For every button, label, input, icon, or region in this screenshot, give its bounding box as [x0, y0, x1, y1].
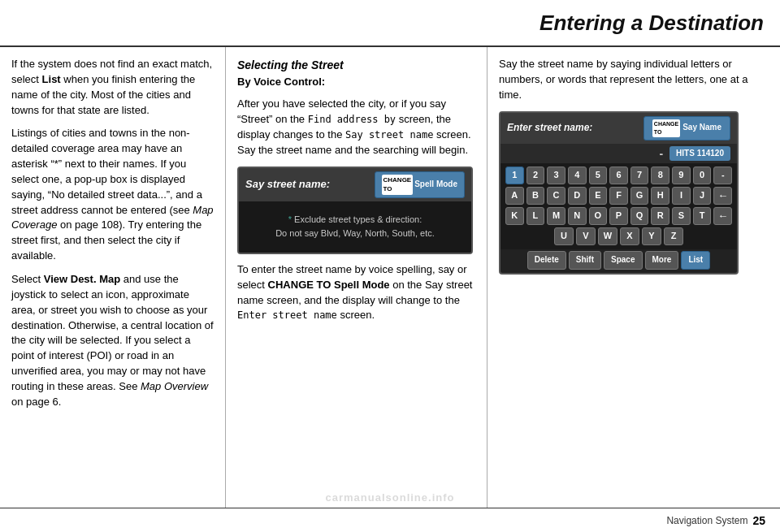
nav-screen-header: Say street name: CHANGETO Spell Mode	[239, 168, 471, 201]
key-9[interactable]: 9	[672, 167, 691, 184]
key-Z[interactable]: Z	[664, 227, 683, 245]
nav-screen-body: * Exclude street types & direction: Do n…	[239, 201, 471, 253]
enter-street-name-ref: Enter street name	[237, 309, 337, 321]
change-to-sm-label: CHANGETO	[652, 119, 680, 137]
key-D[interactable]: D	[568, 187, 587, 205]
map-coverage-ref: Map Coverage	[11, 204, 214, 231]
key-J[interactable]: J	[693, 187, 712, 205]
kb-keys: 1 2 3 4 5 6 7 8 9 0 - A B C D	[500, 163, 737, 249]
kb-minus: -	[659, 145, 663, 162]
hits-value: 114120	[697, 149, 724, 158]
key-H[interactable]: H	[651, 187, 670, 205]
say-street-name-screen: Say street name: CHANGETO Spell Mode * E…	[237, 167, 473, 254]
key-X[interactable]: X	[620, 227, 639, 245]
shift-btn[interactable]: Shift	[569, 251, 601, 270]
space-btn[interactable]: Space	[604, 251, 642, 270]
key-S[interactable]: S	[672, 207, 691, 225]
view-dest-map-bold: View Dest. Map	[44, 273, 120, 285]
key-3[interactable]: 3	[547, 167, 566, 184]
key-1[interactable]: 1	[505, 167, 524, 184]
key-4[interactable]: 4	[568, 167, 587, 184]
key-backspace-2[interactable]: ←	[713, 207, 732, 225]
mid-para-2: To enter the street name by voice spelli…	[237, 262, 475, 323]
change-to-spell-mode-ref: CHANGE TO Spell Mode	[268, 279, 390, 291]
key-2[interactable]: 2	[526, 167, 545, 184]
key-M[interactable]: M	[547, 207, 566, 225]
kb-bottom-row: Delete Shift Space More List	[500, 249, 737, 273]
key-5[interactable]: 5	[589, 167, 608, 184]
key-U[interactable]: U	[554, 227, 574, 245]
left-para-3: Select View Dest. Map and use the joysti…	[11, 272, 214, 410]
page-header: Entering a Destination	[0, 0, 780, 47]
key-P[interactable]: P	[609, 207, 628, 225]
change-to-spell-mode-btn[interactable]: CHANGETO Spell Mode	[375, 171, 465, 198]
say-street-name-ref: Say street name	[345, 129, 433, 141]
key-A[interactable]: A	[505, 187, 524, 205]
key-G[interactable]: G	[630, 187, 649, 205]
key-0[interactable]: 0	[693, 167, 712, 184]
left-para-1: If the system does not find an exact mat…	[11, 57, 214, 118]
kb-row-k-t: K L M N O P Q R S T ←	[505, 207, 732, 225]
nav-body-line1: * Exclude street types & direction:	[245, 213, 465, 227]
more-btn[interactable]: More	[645, 251, 679, 270]
section-title: Selecting the Street	[237, 57, 475, 73]
by-voice-label: By Voice Control:	[237, 75, 475, 90]
key-I[interactable]: I	[672, 187, 691, 205]
kb-row-numbers: 1 2 3 4 5 6 7 8 9 0 -	[505, 167, 732, 184]
kb-header: Enter street name: CHANGETO Say Name	[500, 113, 737, 144]
nav-body-line2: Do not say Blvd, Way, North, South, etc.	[245, 227, 465, 241]
key-dash[interactable]: -	[713, 167, 732, 184]
kb-hits-row: - HITS 114120	[500, 144, 737, 163]
kb-row-u-z: U V W X Y Z	[505, 227, 732, 245]
key-Q[interactable]: Q	[630, 207, 649, 225]
nav-screen-label: Say street name:	[245, 177, 330, 192]
kb-hits-badge: HITS 114120	[670, 146, 730, 162]
key-W[interactable]: W	[598, 227, 618, 245]
footer-label: Navigation System	[666, 515, 748, 526]
kb-row-a-j: A B C D E F G H I J ←	[505, 187, 732, 205]
list-btn[interactable]: List	[681, 251, 710, 270]
page-number: 25	[752, 514, 765, 527]
change-to-label: CHANGETO	[382, 175, 414, 195]
key-7[interactable]: 7	[630, 167, 649, 184]
key-C[interactable]: C	[547, 187, 566, 205]
say-name-label: Say Name	[682, 122, 722, 134]
key-F[interactable]: F	[609, 187, 628, 205]
mid-column: Selecting the Street By Voice Control: A…	[226, 47, 488, 508]
key-E[interactable]: E	[589, 187, 608, 205]
page-footer: Navigation System 25	[0, 508, 780, 532]
key-R[interactable]: R	[651, 207, 670, 225]
left-para-2: Listings of cities and towns in the non-…	[11, 126, 214, 264]
find-address-by-ref: Find address by	[308, 114, 396, 125]
mid-para-1: After you have selected the city, or if …	[237, 97, 475, 158]
map-overview-ref: Map Overview	[141, 380, 208, 392]
list-bold: List	[42, 73, 61, 85]
key-K[interactable]: K	[505, 207, 524, 225]
right-para-1: Say the street name by saying individual…	[499, 57, 769, 103]
content-area: If the system does not find an exact mat…	[0, 47, 780, 508]
key-6[interactable]: 6	[609, 167, 628, 184]
hits-label: HITS	[676, 149, 695, 158]
left-column: If the system does not find an exact mat…	[0, 47, 226, 508]
key-O[interactable]: O	[589, 207, 608, 225]
kb-header-label: Enter street name:	[507, 121, 592, 135]
say-name-btn[interactable]: CHANGETO Say Name	[644, 116, 730, 141]
key-backspace-1[interactable]: ←	[713, 187, 732, 205]
spell-mode-label: Spell Mode	[414, 179, 457, 191]
key-N[interactable]: N	[568, 207, 587, 225]
key-8[interactable]: 8	[651, 167, 670, 184]
key-B[interactable]: B	[526, 187, 545, 205]
enter-street-name-screen: Enter street name: CHANGETO Say Name - H…	[499, 111, 739, 275]
page-title: Entering a Destination	[540, 11, 764, 36]
key-Y[interactable]: Y	[642, 227, 661, 245]
key-L[interactable]: L	[526, 207, 545, 225]
key-V[interactable]: V	[576, 227, 596, 245]
key-T[interactable]: T	[693, 207, 712, 225]
by-voice-bold: By Voice Control:	[237, 76, 325, 88]
delete-btn[interactable]: Delete	[527, 251, 566, 270]
right-column: Say the street name by saying individual…	[488, 47, 780, 508]
